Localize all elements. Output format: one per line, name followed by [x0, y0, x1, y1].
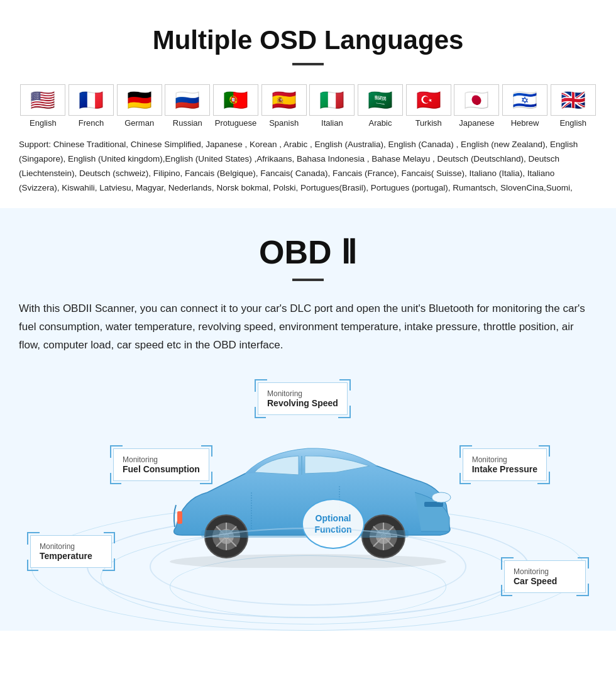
flag-item: 🇺🇸 English [19, 84, 67, 128]
flag-label: English [30, 118, 57, 128]
optional-line2: Function [314, 524, 351, 535]
obd-section: OBD Ⅱ With this OBDII Scanner, you can c… [0, 208, 616, 631]
fuel-label: Monitoring [123, 455, 200, 464]
bracket-bl [501, 585, 512, 596]
svg-point-0 [170, 554, 446, 568]
fuel-value: Fuel Consumption [123, 464, 200, 474]
monitor-temp: Monitoring Temperature [30, 535, 112, 568]
flag-item: 🇮🇹 Italian [308, 84, 356, 128]
car-diagram: Monitoring Revolving Speed Monitoring Fu… [19, 367, 597, 631]
bracket-bl [110, 473, 121, 484]
optional-function-bubble: Optional Function [302, 499, 365, 549]
obd-divider [292, 279, 324, 281]
bracket-bl [255, 407, 266, 418]
bracket-bl [459, 473, 471, 484]
svg-point-8 [224, 534, 229, 539]
flag-item: 🇸🇦 Arabic [356, 84, 405, 128]
flag-item: 🇪🇸 Spanish [260, 84, 308, 128]
svg-rect-4 [177, 511, 182, 524]
title-divider [292, 63, 324, 65]
bracket-tr [578, 557, 589, 568]
flag-emoji: 🇯🇵 [454, 84, 499, 116]
temp-value: Temperature [40, 551, 102, 561]
flag-emoji: 🇺🇸 [20, 84, 65, 116]
flag-label: English [559, 118, 586, 128]
flag-emoji: 🇩🇪 [117, 84, 162, 116]
monitor-fuel: Monitoring Fuel Consumption [113, 448, 209, 481]
svg-point-9 [362, 515, 405, 558]
svg-point-3 [432, 492, 451, 502]
flag-label: German [124, 118, 154, 128]
flag-label: French [79, 118, 104, 128]
flag-label: Turkish [415, 118, 442, 128]
svg-point-5 [205, 515, 248, 558]
speed-label: Monitoring [514, 567, 576, 576]
speed-value: Car Speed [514, 576, 576, 586]
bracket-tr [539, 445, 550, 457]
flag-emoji: 🇪🇸 [261, 84, 307, 116]
revolving-value: Revolving Speed [267, 398, 338, 408]
flag-emoji: 🇮🇹 [309, 84, 355, 116]
flag-item: 🇬🇧 English [549, 84, 597, 128]
bracket-tr [339, 379, 351, 391]
obd-description: With this OBDII Scanner, you can connect… [19, 300, 597, 355]
monitor-intake: Monitoring Intake Pressure [463, 448, 547, 481]
flag-item: 🇮🇱 Hebrew [501, 84, 549, 128]
flag-label: Italian [321, 118, 343, 128]
bracket-bl [27, 560, 38, 571]
flag-label: Protuguese [215, 118, 257, 128]
revolving-label: Monitoring [267, 389, 338, 398]
flag-emoji: 🇸🇦 [358, 84, 403, 116]
support-text: Support: Chinese Traditional, Chinese Si… [19, 138, 597, 196]
monitor-revolving: Monitoring Revolving Speed [258, 382, 348, 415]
flag-emoji: 🇬🇧 [551, 84, 596, 116]
intake-value: Intake Pressure [472, 464, 537, 474]
ring-inner [170, 555, 446, 618]
monitor-speed: Monitoring Car Speed [504, 560, 586, 593]
flag-emoji: 🇵🇹 [213, 84, 258, 116]
flag-emoji: 🇹🇷 [406, 84, 451, 116]
flag-item: 🇩🇪 German [115, 84, 163, 128]
optional-line1: Optional [316, 513, 351, 524]
intake-label: Monitoring [472, 455, 537, 464]
flags-row: 🇺🇸 English 🇫🇷 French 🇩🇪 German 🇷🇺 Russia… [19, 84, 597, 128]
flag-label: Russian [173, 118, 202, 128]
svg-point-12 [381, 534, 386, 539]
osd-title: Multiple OSD Languages [19, 25, 597, 55]
flag-emoji: 🇷🇺 [165, 84, 210, 116]
flag-item: 🇹🇷 Turkish [404, 84, 453, 128]
temp-label: Monitoring [40, 542, 102, 551]
svg-rect-21 [201, 530, 409, 538]
flag-label: Hebrew [511, 118, 539, 128]
flag-label: Japanese [459, 118, 494, 128]
flag-label: Arabic [369, 118, 392, 128]
obd-title: OBD Ⅱ [19, 233, 597, 271]
flag-emoji: 🇫🇷 [69, 84, 114, 116]
bracket-tr [104, 532, 115, 543]
flag-item: 🇵🇹 Protuguese [212, 84, 260, 128]
flag-item: 🇯🇵 Japanese [453, 84, 501, 128]
flag-label: Spanish [269, 118, 299, 128]
bracket-tr [201, 445, 212, 457]
flag-item: 🇫🇷 French [67, 84, 116, 128]
flag-item: 🇷🇺 Russian [163, 84, 212, 128]
flag-emoji: 🇮🇱 [502, 84, 547, 116]
osd-section: Multiple OSD Languages 🇺🇸 English 🇫🇷 Fre… [0, 0, 616, 208]
